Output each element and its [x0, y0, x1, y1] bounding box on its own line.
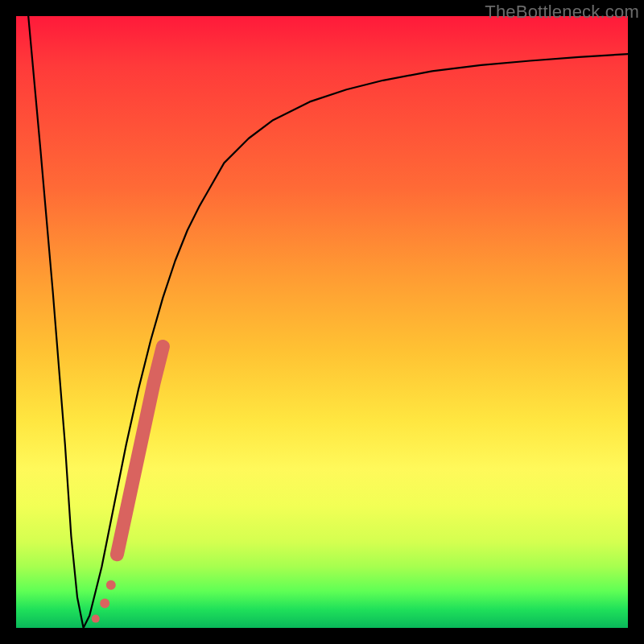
- marker-pill: [117, 346, 163, 554]
- marker-cluster: [92, 346, 163, 622]
- watermark-text: TheBottleneck.com: [485, 2, 639, 23]
- marker-dot: [100, 599, 109, 609]
- marker-dot: [106, 580, 116, 590]
- chart-overlay: [16, 16, 628, 628]
- chart-frame: TheBottleneck.com: [0, 0, 644, 644]
- marker-dot: [92, 615, 100, 623]
